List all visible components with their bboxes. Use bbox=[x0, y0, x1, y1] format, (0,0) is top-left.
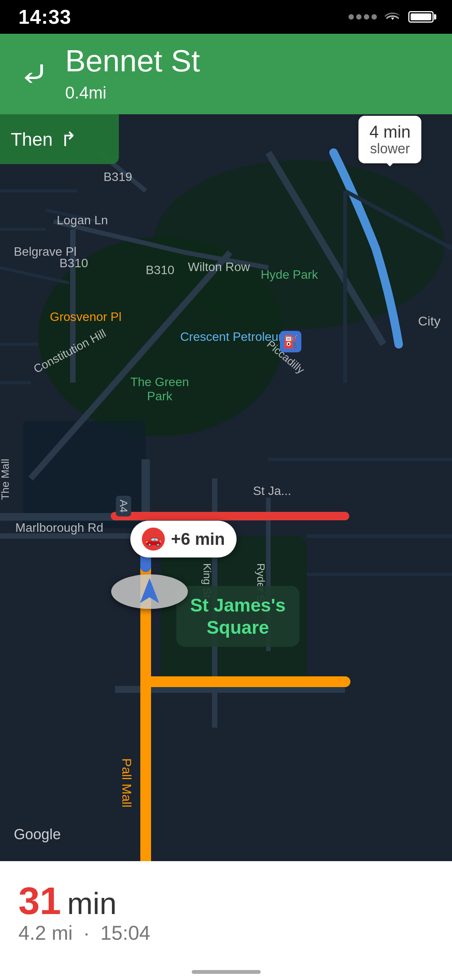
signal-icon bbox=[348, 14, 377, 20]
slower-minutes: 4 min bbox=[369, 123, 411, 141]
then-text: Then bbox=[11, 129, 53, 150]
position-marker bbox=[111, 574, 188, 609]
map-label-b319: B319 bbox=[104, 170, 132, 184]
battery-icon bbox=[408, 11, 434, 23]
map-area: Belgrave Pl Logan Ln B319 B310 B310 Wilt… bbox=[0, 114, 452, 866]
map-label-themall: The Mall bbox=[0, 459, 12, 500]
square-label: St James's Square bbox=[176, 586, 299, 647]
eta-minutes: 31 bbox=[18, 881, 61, 920]
turn-arrow-icon bbox=[15, 53, 58, 95]
slower-tooltip: 4 min slower bbox=[358, 116, 421, 163]
home-indicator bbox=[192, 970, 261, 974]
map-label-marlborough: Marlborough Rd bbox=[15, 521, 103, 535]
traffic-icon: 🚗 bbox=[142, 528, 165, 551]
traffic-badge: 🚗 +6 min bbox=[130, 521, 237, 557]
google-logo: Google bbox=[14, 826, 61, 843]
map-label-hydepark: Hyde Park bbox=[261, 268, 318, 282]
map-label-a4: A4 bbox=[116, 496, 131, 516]
map-label-wilton: Wilton Row bbox=[188, 260, 250, 274]
svg-marker-28 bbox=[140, 578, 159, 603]
map-label-pallmall: Pall Mall bbox=[119, 758, 134, 807]
square-label-text: St James's Square bbox=[190, 594, 286, 638]
traffic-time: +6 min bbox=[171, 529, 225, 549]
then-banner: Then ↱ bbox=[0, 114, 119, 164]
then-arrow-icon: ↱ bbox=[60, 128, 77, 151]
eta-details: 4.2 mi · 15:04 bbox=[18, 921, 434, 944]
eta-label: min bbox=[67, 888, 117, 919]
fuel-icon: ⛽ bbox=[280, 331, 301, 352]
status-icons bbox=[348, 8, 434, 26]
map-label-grosvenor: Grosvenor Pl bbox=[50, 310, 122, 324]
eta-row: 31 min bbox=[18, 881, 434, 920]
map-label-b310-1: B310 bbox=[59, 256, 88, 270]
status-bar: 14:33 bbox=[0, 0, 452, 34]
map-label-stja: St Ja... bbox=[253, 484, 291, 498]
status-time: 14:33 bbox=[18, 5, 71, 28]
wifi-icon bbox=[384, 8, 401, 26]
nav-info: Bennet St 0.4mi bbox=[65, 46, 200, 102]
map-label-logan: Logan Ln bbox=[57, 213, 108, 227]
nav-distance: 0.4mi bbox=[65, 76, 200, 102]
svg-point-2 bbox=[153, 160, 445, 329]
map-label-b310-2: B310 bbox=[146, 263, 174, 277]
nav-header: Bennet St 0.4mi bbox=[0, 34, 452, 114]
nav-street: Bennet St bbox=[65, 46, 200, 76]
map-label-greenpark: The GreenPark bbox=[130, 375, 189, 403]
map-label-city: City bbox=[418, 314, 440, 329]
bottom-panel: 31 min 4.2 mi · 15:04 bbox=[0, 861, 452, 980]
position-oval bbox=[111, 574, 188, 609]
slower-label: slower bbox=[369, 141, 411, 156]
